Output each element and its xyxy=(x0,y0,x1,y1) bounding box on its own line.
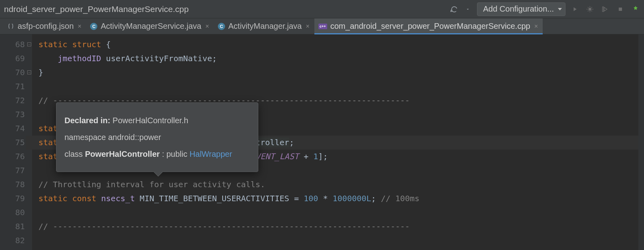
editor-tab[interactable]: asfp-config.json× xyxy=(3,18,86,34)
code-line[interactable]: jmethodID userActivityFromNative; xyxy=(38,52,638,66)
tab-label: ActivityManagerService.java xyxy=(101,22,201,31)
coverage-icon[interactable] xyxy=(601,5,610,14)
line-number[interactable]: 76 xyxy=(0,150,25,164)
toolbar-right-group: Add Configuration... xyxy=(450,2,640,16)
hover-base-class-link[interactable]: HalWrapper xyxy=(189,150,232,158)
marker-strip[interactable] xyxy=(638,34,644,250)
editor-tab[interactable]: CActivityManagerService.java× xyxy=(86,18,214,34)
chevron-down-icon[interactable] xyxy=(463,5,472,14)
line-number[interactable]: 72 xyxy=(0,94,25,108)
svg-rect-2 xyxy=(619,7,622,10)
run-config-label: Add Configuration... xyxy=(483,4,554,14)
run-config-select[interactable]: Add Configuration... xyxy=(477,2,566,16)
line-number[interactable]: 80 xyxy=(0,206,25,220)
tab-label: asfp-config.json xyxy=(18,22,74,31)
close-icon[interactable]: × xyxy=(205,23,210,30)
fold-toggle-icon[interactable]: − xyxy=(27,70,31,74)
code-line[interactable]: } xyxy=(38,66,638,80)
line-number[interactable]: 79 xyxy=(0,192,25,206)
close-icon[interactable]: × xyxy=(77,23,82,30)
main-toolbar: ndroid_server_power_PowerManagerService.… xyxy=(0,0,644,18)
line-number[interactable]: 68 xyxy=(0,38,25,52)
svg-point-0 xyxy=(588,8,592,11)
sync-icon[interactable] xyxy=(450,5,459,14)
cpp-file-icon: c++ xyxy=(318,24,327,29)
line-number[interactable]: 73 xyxy=(0,108,25,122)
line-number[interactable]: 78 xyxy=(0,178,25,192)
close-icon[interactable]: × xyxy=(533,23,539,30)
editor-tab[interactable]: c++com_android_server_power_PowerManager… xyxy=(314,18,543,34)
stop-icon[interactable] xyxy=(616,5,625,14)
hover-class-keyword: class xyxy=(64,150,85,158)
java-file-icon: C xyxy=(90,23,97,30)
hover-doc-popup: Declared in: PowerHalController.h namesp… xyxy=(56,102,258,172)
build-icon[interactable] xyxy=(631,5,640,14)
fold-toggle-icon[interactable]: − xyxy=(27,42,31,46)
hover-declared-in-value: PowerHalController.h xyxy=(113,116,188,125)
line-number[interactable]: 74 xyxy=(0,122,25,136)
svg-rect-1 xyxy=(602,7,604,12)
hover-class-name: PowerHalController xyxy=(85,150,160,158)
code-line[interactable]: static struct { xyxy=(38,38,638,52)
breadcrumb[interactable]: ndroid_server_power_PowerManagerService.… xyxy=(4,4,447,14)
line-number[interactable]: 70 xyxy=(0,66,25,80)
hover-declared-in-label: Declared in: xyxy=(64,116,110,125)
json-file-icon xyxy=(7,23,14,30)
java-file-icon: C xyxy=(218,23,225,30)
code-line[interactable]: // -------------------------------------… xyxy=(38,220,638,234)
code-line[interactable] xyxy=(38,80,638,94)
line-number[interactable]: 75 xyxy=(0,136,25,150)
tab-label: ActivityManager.java xyxy=(228,22,302,31)
line-number[interactable]: 81 xyxy=(0,220,25,234)
code-line[interactable]: // Throttling interval for user activity… xyxy=(38,178,638,192)
close-icon[interactable]: × xyxy=(305,23,310,30)
run-icon[interactable] xyxy=(570,5,579,14)
tab-label: com_android_server_power_PowerManagerSer… xyxy=(330,22,530,31)
code-line[interactable] xyxy=(38,234,638,248)
run-icon-group xyxy=(570,5,640,14)
code-line[interactable]: static const nsecs_t MIN_TIME_BETWEEN_US… xyxy=(38,192,638,206)
editor-tabstrip: asfp-config.json×CActivityManagerService… xyxy=(0,18,644,34)
hover-namespace: namespace android::power xyxy=(64,132,250,143)
editor-tab[interactable]: CActivityManager.java× xyxy=(214,18,314,34)
line-number[interactable]: 71 xyxy=(0,80,25,94)
line-number[interactable]: 69 xyxy=(0,52,25,66)
code-line[interactable] xyxy=(38,206,638,220)
line-number[interactable]: 77 xyxy=(0,164,25,178)
editor: 686970717273747576777879808182−− static … xyxy=(0,34,644,250)
debug-icon[interactable] xyxy=(586,5,594,14)
hover-inherit-sep: : public xyxy=(160,150,189,158)
line-number[interactable]: 82 xyxy=(0,234,25,248)
